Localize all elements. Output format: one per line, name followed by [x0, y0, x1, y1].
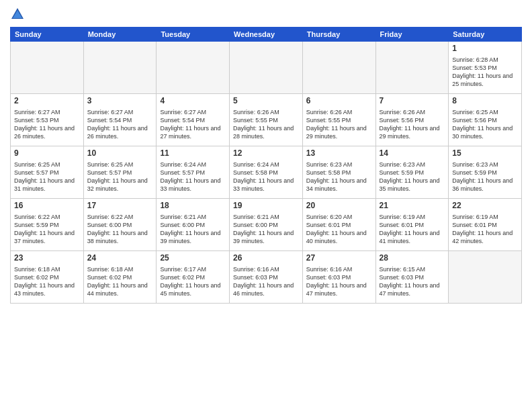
day-number: 17: [87, 201, 153, 212]
day-info: Sunrise: 6:28 AM Sunset: 5:53 PM Dayligh…: [452, 56, 518, 89]
day-info: Sunrise: 6:25 AM Sunset: 5:57 PM Dayligh…: [87, 161, 153, 193]
day-info: Sunrise: 6:23 AM Sunset: 5:58 PM Dayligh…: [306, 161, 372, 193]
calendar-day-cell: [11, 42, 84, 94]
day-number: 4: [160, 96, 226, 107]
day-info: Sunrise: 6:26 AM Sunset: 5:56 PM Dayligh…: [380, 108, 445, 141]
calendar-day-cell: [157, 42, 230, 94]
column-header-tuesday: Tuesday: [157, 28, 230, 42]
day-number: 22: [452, 201, 518, 212]
calendar-day-cell: 5Sunrise: 6:26 AM Sunset: 5:55 PM Daylig…: [230, 94, 303, 146]
calendar-day-cell: 18Sunrise: 6:21 AM Sunset: 6:00 PM Dayli…: [157, 199, 230, 251]
calendar-day-cell: 2Sunrise: 6:27 AM Sunset: 5:53 PM Daylig…: [11, 94, 84, 146]
calendar-day-cell: 22Sunrise: 6:19 AM Sunset: 6:01 PM Dayli…: [449, 199, 522, 251]
calendar-day-cell: 6Sunrise: 6:26 AM Sunset: 5:55 PM Daylig…: [302, 94, 375, 146]
column-header-monday: Monday: [83, 28, 157, 42]
calendar-day-cell: 9Sunrise: 6:25 AM Sunset: 5:57 PM Daylig…: [11, 146, 84, 199]
day-number: 8: [452, 96, 518, 107]
day-number: 13: [306, 148, 372, 159]
day-number: 18: [160, 201, 226, 212]
page: SundayMondayTuesdayWednesdayThursdayFrid…: [0, 0, 532, 411]
calendar-day-cell: 26Sunrise: 6:16 AM Sunset: 6:03 PM Dayli…: [230, 251, 303, 304]
day-info: Sunrise: 6:18 AM Sunset: 6:02 PM Dayligh…: [87, 265, 153, 298]
day-number: 3: [87, 96, 153, 107]
calendar-day-cell: 3Sunrise: 6:27 AM Sunset: 5:54 PM Daylig…: [83, 94, 157, 146]
day-info: Sunrise: 6:25 AM Sunset: 5:57 PM Dayligh…: [14, 161, 80, 193]
calendar-day-cell: 13Sunrise: 6:23 AM Sunset: 5:58 PM Dayli…: [302, 146, 375, 199]
day-number: 1: [452, 44, 518, 54]
calendar-day-cell: 21Sunrise: 6:19 AM Sunset: 6:01 PM Dayli…: [375, 199, 449, 251]
day-info: Sunrise: 6:24 AM Sunset: 5:58 PM Dayligh…: [233, 161, 299, 193]
day-info: Sunrise: 6:27 AM Sunset: 5:53 PM Dayligh…: [14, 108, 80, 141]
day-info: Sunrise: 6:24 AM Sunset: 5:57 PM Dayligh…: [160, 161, 226, 193]
day-number: 9: [14, 148, 80, 159]
day-info: Sunrise: 6:22 AM Sunset: 6:00 PM Dayligh…: [87, 213, 153, 246]
calendar-day-cell: 20Sunrise: 6:20 AM Sunset: 6:01 PM Dayli…: [302, 199, 375, 251]
day-info: Sunrise: 6:18 AM Sunset: 6:02 PM Dayligh…: [14, 265, 80, 298]
day-number: 5: [233, 96, 299, 107]
calendar-day-cell: 8Sunrise: 6:25 AM Sunset: 5:56 PM Daylig…: [449, 94, 522, 146]
calendar-day-cell: 10Sunrise: 6:25 AM Sunset: 5:57 PM Dayli…: [83, 146, 157, 199]
calendar-day-cell: 24Sunrise: 6:18 AM Sunset: 6:02 PM Dayli…: [83, 251, 157, 304]
calendar-day-cell: 15Sunrise: 6:23 AM Sunset: 5:59 PM Dayli…: [449, 146, 522, 199]
column-header-saturday: Saturday: [449, 28, 522, 42]
day-number: 7: [380, 96, 445, 107]
day-number: 21: [380, 201, 445, 212]
day-number: 10: [87, 148, 153, 159]
calendar-day-cell: [83, 42, 157, 94]
column-header-thursday: Thursday: [302, 28, 375, 42]
day-number: 27: [306, 253, 372, 264]
calendar-day-cell: 19Sunrise: 6:21 AM Sunset: 6:00 PM Dayli…: [230, 199, 303, 251]
calendar-day-cell: [375, 42, 449, 94]
day-info: Sunrise: 6:23 AM Sunset: 5:59 PM Dayligh…: [452, 161, 518, 193]
day-number: 20: [306, 201, 372, 212]
calendar-day-cell: 11Sunrise: 6:24 AM Sunset: 5:57 PM Dayli…: [157, 146, 230, 199]
calendar-week-row: 2Sunrise: 6:27 AM Sunset: 5:53 PM Daylig…: [11, 94, 522, 146]
calendar-day-cell: [449, 251, 522, 304]
day-info: Sunrise: 6:15 AM Sunset: 6:03 PM Dayligh…: [380, 265, 445, 298]
calendar-week-row: 23Sunrise: 6:18 AM Sunset: 6:02 PM Dayli…: [11, 251, 522, 304]
calendar-day-cell: 25Sunrise: 6:17 AM Sunset: 6:02 PM Dayli…: [157, 251, 230, 304]
day-info: Sunrise: 6:25 AM Sunset: 5:56 PM Dayligh…: [452, 108, 518, 141]
calendar-day-cell: 17Sunrise: 6:22 AM Sunset: 6:00 PM Dayli…: [83, 199, 157, 251]
day-number: 24: [87, 253, 153, 264]
calendar-day-cell: 23Sunrise: 6:18 AM Sunset: 6:02 PM Dayli…: [11, 251, 84, 304]
day-info: Sunrise: 6:19 AM Sunset: 6:01 PM Dayligh…: [380, 213, 445, 246]
day-info: Sunrise: 6:26 AM Sunset: 5:55 PM Dayligh…: [306, 108, 372, 141]
day-number: 6: [306, 96, 372, 107]
day-info: Sunrise: 6:26 AM Sunset: 5:55 PM Dayligh…: [233, 108, 299, 141]
calendar-day-cell: 28Sunrise: 6:15 AM Sunset: 6:03 PM Dayli…: [375, 251, 449, 304]
day-info: Sunrise: 6:21 AM Sunset: 6:00 PM Dayligh…: [233, 213, 299, 246]
day-info: Sunrise: 6:19 AM Sunset: 6:01 PM Dayligh…: [452, 213, 518, 246]
header: [10, 7, 522, 21]
calendar-day-cell: 4Sunrise: 6:27 AM Sunset: 5:54 PM Daylig…: [157, 94, 230, 146]
calendar-table: SundayMondayTuesdayWednesdayThursdayFrid…: [10, 27, 522, 304]
logo: [10, 7, 28, 21]
calendar-week-row: 1Sunrise: 6:28 AM Sunset: 5:53 PM Daylig…: [11, 42, 522, 94]
day-info: Sunrise: 6:16 AM Sunset: 6:03 PM Dayligh…: [233, 265, 299, 298]
logo-icon: [10, 7, 25, 21]
day-info: Sunrise: 6:27 AM Sunset: 5:54 PM Dayligh…: [87, 108, 153, 141]
calendar-day-cell: 27Sunrise: 6:16 AM Sunset: 6:03 PM Dayli…: [302, 251, 375, 304]
day-info: Sunrise: 6:27 AM Sunset: 5:54 PM Dayligh…: [160, 108, 226, 141]
calendar-header-row: SundayMondayTuesdayWednesdayThursdayFrid…: [11, 28, 522, 42]
column-header-wednesday: Wednesday: [230, 28, 303, 42]
day-number: 15: [452, 148, 518, 159]
day-info: Sunrise: 6:22 AM Sunset: 5:59 PM Dayligh…: [14, 213, 80, 246]
day-info: Sunrise: 6:20 AM Sunset: 6:01 PM Dayligh…: [306, 213, 372, 246]
calendar-day-cell: 12Sunrise: 6:24 AM Sunset: 5:58 PM Dayli…: [230, 146, 303, 199]
day-number: 19: [233, 201, 299, 212]
column-header-sunday: Sunday: [11, 28, 84, 42]
calendar-week-row: 9Sunrise: 6:25 AM Sunset: 5:57 PM Daylig…: [11, 146, 522, 199]
calendar-day-cell: 14Sunrise: 6:23 AM Sunset: 5:59 PM Dayli…: [375, 146, 449, 199]
day-number: 11: [160, 148, 226, 159]
day-info: Sunrise: 6:21 AM Sunset: 6:00 PM Dayligh…: [160, 213, 226, 246]
day-number: 16: [14, 201, 80, 212]
calendar-day-cell: [230, 42, 303, 94]
calendar-day-cell: 7Sunrise: 6:26 AM Sunset: 5:56 PM Daylig…: [375, 94, 449, 146]
column-header-friday: Friday: [375, 28, 449, 42]
day-number: 25: [160, 253, 226, 264]
day-number: 28: [380, 253, 445, 264]
day-number: 26: [233, 253, 299, 264]
calendar-day-cell: [302, 42, 375, 94]
day-info: Sunrise: 6:16 AM Sunset: 6:03 PM Dayligh…: [306, 265, 372, 298]
